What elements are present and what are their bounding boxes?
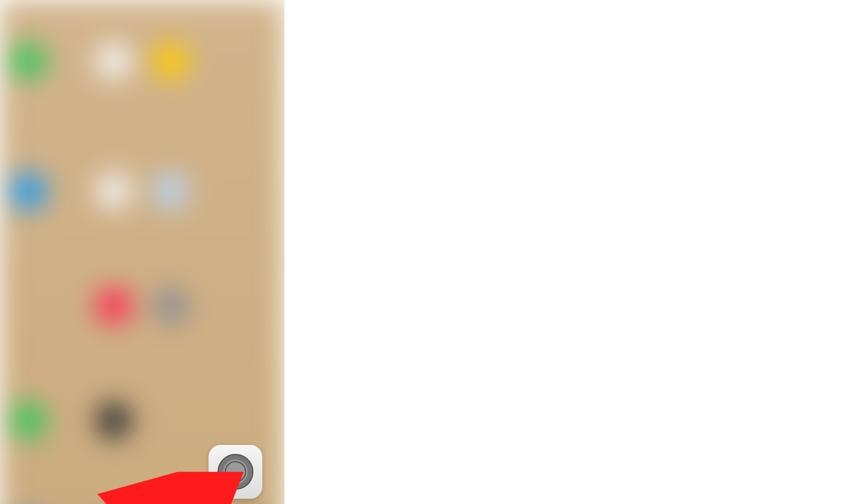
svg-line-0 [90,490,209,504]
home-screen-blur [0,0,284,504]
annotation-arrow-1 [84,472,245,504]
